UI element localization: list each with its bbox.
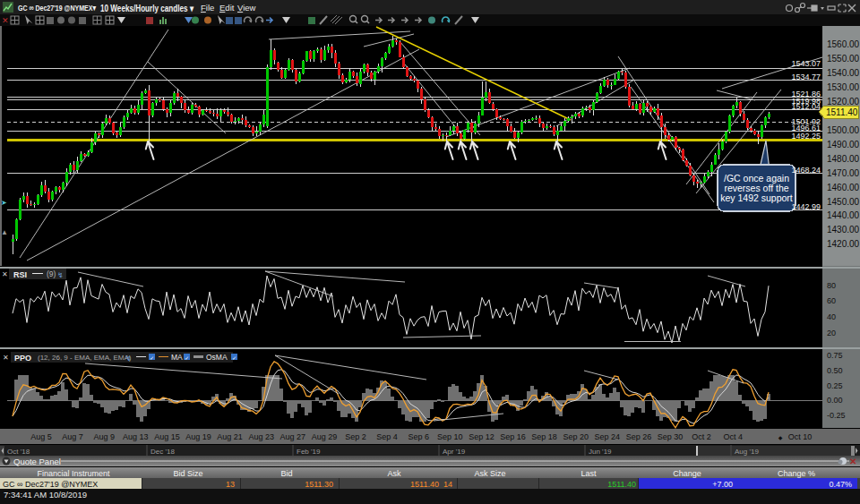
- svg-text:Feb '19: Feb '19: [297, 448, 321, 456]
- svg-text:1470.00: 1470.00: [827, 168, 860, 178]
- svg-text:Sep 2: Sep 2: [345, 432, 366, 441]
- svg-text:1492.25: 1492.25: [791, 132, 821, 141]
- svg-text:✕: ✕: [849, 457, 856, 466]
- svg-text:✕: ✕: [2, 270, 8, 278]
- svg-text:0.47%: 0.47%: [829, 480, 852, 489]
- svg-text:Oct 10: Oct 10: [788, 432, 813, 441]
- svg-text:Sep 10: Sep 10: [437, 432, 463, 441]
- svg-text:Financial Instrument: Financial Instrument: [37, 469, 110, 478]
- svg-text:Last: Last: [580, 469, 597, 478]
- svg-text:↯: ↯: [125, 355, 132, 363]
- svg-text:60: 60: [827, 296, 836, 305]
- svg-text:Aug 7: Aug 7: [62, 432, 83, 441]
- svg-text:Aug 15: Aug 15: [154, 432, 180, 441]
- svg-text:Sep 16: Sep 16: [500, 432, 526, 441]
- svg-text:✕: ✕: [2, 16, 9, 25]
- svg-text:40: 40: [827, 312, 836, 321]
- svg-text:1550.00: 1550.00: [827, 54, 860, 64]
- svg-text:Aug 5: Aug 5: [30, 432, 52, 441]
- svg-text:MA: MA: [171, 353, 183, 362]
- svg-text:Edit: Edit: [219, 3, 235, 13]
- svg-text:1490.00: 1490.00: [827, 140, 860, 149]
- svg-text:10 Weeks/Hourly candles ▾: 10 Weeks/Hourly candles ▾: [100, 3, 194, 13]
- svg-text:PPO: PPO: [14, 354, 31, 363]
- svg-text:1500.00: 1500.00: [827, 125, 860, 135]
- svg-text:0.00: 0.00: [827, 396, 843, 405]
- svg-text:Sep 30: Sep 30: [658, 432, 684, 441]
- svg-text:0.50: 0.50: [827, 366, 843, 375]
- svg-text:Sep 24: Sep 24: [595, 432, 621, 441]
- svg-text:Aug 19: Aug 19: [185, 432, 211, 441]
- svg-text:Sep 18: Sep 18: [531, 432, 557, 441]
- svg-text:0.75: 0.75: [827, 351, 843, 360]
- svg-text:Sep 6: Sep 6: [408, 432, 429, 441]
- svg-text:Oct 4: Oct 4: [723, 432, 743, 441]
- svg-text:Aug 29: Aug 29: [312, 432, 338, 441]
- svg-text:1468.24: 1468.24: [791, 166, 821, 175]
- svg-text:+7.00: +7.00: [712, 480, 733, 489]
- svg-text:1534.77: 1534.77: [791, 73, 821, 81]
- svg-text:Aug 21: Aug 21: [217, 432, 243, 441]
- svg-text:Oct '18: Oct '18: [7, 448, 30, 456]
- svg-text:Bid Size: Bid Size: [173, 469, 202, 478]
- svg-text:◆: ◆: [778, 435, 783, 440]
- svg-text:20: 20: [827, 329, 836, 337]
- svg-text:1460.00: 1460.00: [827, 183, 860, 192]
- svg-text:RSI: RSI: [13, 270, 27, 279]
- svg-text:1420.00: 1420.00: [827, 239, 860, 249]
- svg-text:View: View: [237, 3, 256, 13]
- svg-text:File: File: [201, 3, 214, 13]
- svg-text:Aug 13: Aug 13: [123, 432, 149, 441]
- svg-text:80: 80: [827, 281, 836, 290]
- svg-text:Dec '18: Dec '18: [150, 448, 175, 456]
- svg-text:0.25: 0.25: [827, 381, 843, 390]
- svg-text:Bid: Bid: [280, 469, 292, 478]
- svg-text:Quote Panel: Quote Panel: [13, 457, 61, 466]
- svg-text:GC ∞ Dec27'19 @NYMEX▾: GC ∞ Dec27'19 @NYMEX▾: [18, 3, 97, 13]
- svg-text:✓: ✓: [232, 355, 236, 361]
- svg-text:Ask: Ask: [387, 469, 401, 478]
- svg-text:Ask Size: Ask Size: [474, 469, 505, 478]
- svg-text:1560.00: 1560.00: [827, 39, 860, 49]
- svg-text:1511.40: 1511.40: [607, 480, 636, 489]
- svg-text:1511.30: 1511.30: [305, 480, 333, 489]
- svg-text:OsMA: OsMA: [206, 353, 228, 362]
- svg-text:1511.40: 1511.40: [826, 107, 858, 117]
- svg-text:Oct 2: Oct 2: [692, 432, 711, 441]
- svg-text:(12, 26, 9 - EMA, EMA, EMA): (12, 26, 9 - EMA, EMA, EMA): [38, 354, 132, 362]
- svg-text:✓: ✓: [150, 355, 154, 361]
- svg-text:Sep 4: Sep 4: [376, 432, 398, 441]
- svg-text:✕: ✕: [3, 354, 9, 362]
- svg-text:-0.25: -0.25: [827, 411, 846, 420]
- svg-text:1512.04: 1512.04: [791, 102, 821, 111]
- svg-text:GC ∞ Dec27'19 @NYMEX: GC ∞ Dec27'19 @NYMEX: [3, 480, 98, 489]
- svg-text:Change %: Change %: [778, 469, 815, 478]
- svg-text:1543.07: 1543.07: [791, 59, 821, 68]
- svg-text:↯: ↯: [57, 271, 64, 279]
- svg-text:Aug 23: Aug 23: [248, 432, 274, 441]
- svg-text:1496.61: 1496.61: [791, 124, 821, 132]
- svg-text:1480.00: 1480.00: [827, 154, 860, 164]
- svg-text:1511.40 14: 1511.40 14: [410, 480, 452, 489]
- svg-text:(9): (9): [47, 269, 56, 278]
- svg-text:Jun '19: Jun '19: [589, 448, 612, 456]
- svg-text:▲: ▲: [1, 228, 8, 236]
- svg-text:➤: ➤: [1, 199, 7, 207]
- svg-text:1450.00: 1450.00: [827, 197, 860, 207]
- svg-text:1430.00: 1430.00: [827, 225, 860, 235]
- svg-text:1540.00: 1540.00: [827, 68, 860, 78]
- svg-text:Aug 9: Aug 9: [93, 432, 115, 441]
- svg-text:Aug 27: Aug 27: [280, 432, 306, 441]
- svg-text:Sep 26: Sep 26: [626, 432, 652, 441]
- svg-text:1440.00: 1440.00: [827, 210, 860, 220]
- svg-text:Change: Change: [673, 469, 701, 478]
- svg-text:13: 13: [226, 480, 235, 489]
- svg-text:Sep 20: Sep 20: [563, 432, 589, 441]
- svg-text:key 1492 support: key 1492 support: [720, 192, 793, 203]
- svg-text:Sep 12: Sep 12: [469, 432, 494, 441]
- svg-text:1442.99: 1442.99: [791, 202, 821, 211]
- svg-text:Aug '19: Aug '19: [735, 448, 759, 456]
- svg-text:Apr '19: Apr '19: [443, 448, 466, 456]
- svg-text:✓: ✓: [185, 355, 189, 361]
- svg-text:1530.00: 1530.00: [827, 82, 860, 92]
